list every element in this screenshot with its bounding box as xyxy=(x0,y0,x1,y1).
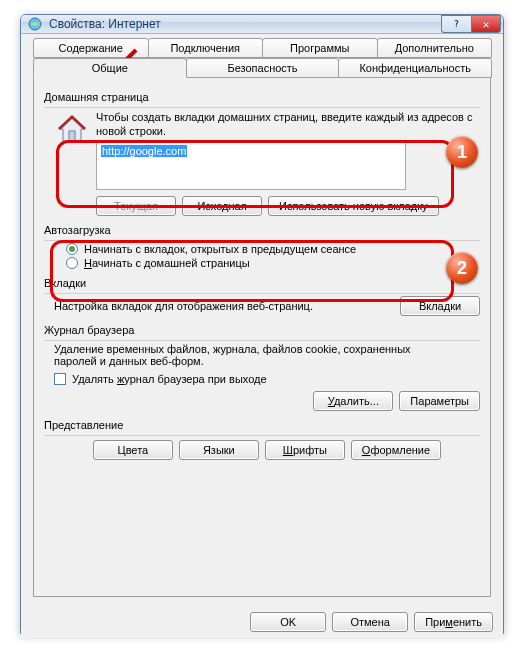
homepage-buttons: Текущая Исходная Использовать новую вкла… xyxy=(96,196,480,216)
tab-row-front: Общие Безопасность Конфиденциальность xyxy=(33,58,491,78)
svg-rect-1 xyxy=(69,131,75,141)
tab-connections[interactable]: Подключения xyxy=(148,38,264,58)
tabs-settings-button[interactable]: Вкладки xyxy=(400,296,480,316)
internet-options-icon xyxy=(27,16,43,32)
dialog-body: Содержание Подключения Программы Дополни… xyxy=(21,34,503,606)
home-icon xyxy=(54,110,90,146)
titlebar[interactable]: Свойства: Интернет ? ✕ xyxy=(21,15,503,34)
tabs-hint: Настройка вкладок для отображения веб-ст… xyxy=(54,300,313,312)
colors-button[interactable]: Цвета xyxy=(93,440,173,460)
use-newtab-button[interactable]: Использовать новую вкладку xyxy=(268,196,439,216)
appearance-group-label: Представление xyxy=(44,419,480,431)
homepage-group-label: Домашняя страница xyxy=(44,91,480,103)
window-title: Свойства: Интернет xyxy=(49,17,441,31)
accessibility-button[interactable]: Оформление xyxy=(351,440,441,460)
startup-group-label: Автозагрузка xyxy=(44,224,480,236)
delete-on-exit-label: Удалять журнал браузера при выходе xyxy=(72,373,267,385)
radio-checked-icon xyxy=(66,243,78,255)
history-params-button[interactable]: Параметры xyxy=(399,391,480,411)
history-hint: Удаление временных файлов, журнала, файл… xyxy=(54,343,434,367)
help-button[interactable]: ? xyxy=(441,15,471,33)
delete-on-exit-checkbox[interactable]: Удалять журнал браузера при выходе xyxy=(54,373,480,385)
startup-radio-home-label: Начинать с домашней страницы xyxy=(84,257,250,269)
tab-privacy[interactable]: Конфиденциальность xyxy=(338,58,492,78)
tab-security[interactable]: Безопасность xyxy=(186,58,340,78)
fonts-button[interactable]: Шрифты xyxy=(265,440,345,460)
tab-advanced[interactable]: Дополнительно xyxy=(377,38,493,58)
history-delete-button[interactable]: Удалить... xyxy=(313,391,393,411)
languages-button[interactable]: Языки xyxy=(179,440,259,460)
close-button[interactable]: ✕ xyxy=(471,15,501,33)
startup-radio-home[interactable]: Начинать с домашней страницы xyxy=(66,257,480,269)
cancel-button[interactable]: Отмена xyxy=(332,612,408,632)
ok-button[interactable]: OK xyxy=(250,612,326,632)
dialog-window: Свойства: Интернет ? ✕ Содержание Подклю… xyxy=(20,14,504,634)
tab-pane-general: Домашняя страница Чтобы создать вкладки … xyxy=(33,77,491,597)
startup-radio-session[interactable]: Начинать с вкладок, открытых в предыдуще… xyxy=(66,243,480,255)
tab-content[interactable]: Содержание xyxy=(33,38,149,58)
homepage-url-value: http://google.com xyxy=(101,145,187,157)
use-default-button[interactable]: Исходная xyxy=(182,196,262,216)
tab-general[interactable]: Общие xyxy=(33,58,187,78)
checkbox-unchecked-icon xyxy=(54,373,66,385)
history-group-label: Журнал браузера xyxy=(44,324,480,336)
startup-radio-session-label: Начинать с вкладок, открытых в предыдуще… xyxy=(84,243,356,255)
tab-row-back: Содержание Подключения Программы Дополни… xyxy=(33,38,491,58)
tabs-group-label: Вкладки xyxy=(44,277,480,289)
radio-unchecked-icon xyxy=(66,257,78,269)
apply-button[interactable]: Применить xyxy=(414,612,493,632)
dialog-footer: OK Отмена Применить xyxy=(21,606,503,638)
use-current-button[interactable]: Текущая xyxy=(96,196,176,216)
homepage-hint: Чтобы создать вкладки домашних страниц, … xyxy=(96,110,480,138)
tab-programs[interactable]: Программы xyxy=(262,38,378,58)
homepage-url-textarea[interactable]: http://google.com xyxy=(96,142,406,190)
